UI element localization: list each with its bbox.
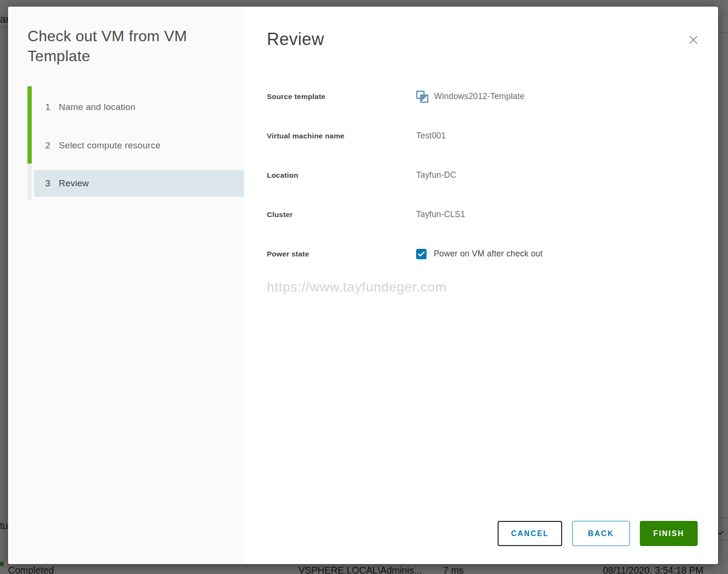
wizard-step-select-compute-resource[interactable]: 2 Select compute resource <box>34 132 244 159</box>
field-label: Power state <box>267 250 416 258</box>
step-label: Name and location <box>59 102 136 112</box>
wizard-progress-bar <box>27 86 32 164</box>
step-label: Select compute resource <box>59 140 161 151</box>
vm-name-value: Test001 <box>416 131 446 141</box>
field-label: Virtual machine name <box>267 132 416 140</box>
close-button[interactable] <box>686 32 701 47</box>
step-number: 3 <box>43 178 53 189</box>
wizard-title: Check out VM from VM Template <box>27 26 231 66</box>
step-number: 1 <box>43 102 53 112</box>
wizard-step-name-and-location[interactable]: 1 Name and location <box>34 94 244 120</box>
field-row-source-template: Source template Windows2012-Template <box>267 77 690 116</box>
field-label: Location <box>267 171 416 180</box>
wizard-steps-pane: Check out VM from VM Template 1 Name and… <box>8 7 244 564</box>
source-template-value: Windows2012-Template <box>434 91 525 101</box>
step-number: 2 <box>43 140 53 151</box>
cancel-button[interactable]: CANCEL <box>498 521 562 546</box>
power-on-checkbox[interactable] <box>416 249 427 259</box>
watermark-url: https://www.tayfundeger.com <box>267 280 447 295</box>
field-value: Tayfun-CLS1 <box>416 210 465 219</box>
checkmark-icon <box>418 251 425 257</box>
power-on-checkbox-label[interactable]: Power on VM after check out <box>434 249 543 259</box>
field-row-cluster: Cluster Tayfun-CLS1 <box>267 195 690 234</box>
wizard-progress-bar-remaining <box>27 164 32 200</box>
field-label: Cluster <box>267 210 416 219</box>
step-label: Review <box>59 178 89 189</box>
review-fields: Source template Windows2012-Template Vir… <box>267 77 690 273</box>
close-icon <box>688 34 699 46</box>
field-row-location: Location Tayfun-DC <box>267 155 690 195</box>
page-title: Review <box>267 29 324 49</box>
finish-button[interactable]: FINISH <box>640 521 698 546</box>
back-button[interactable]: BACK <box>572 521 630 546</box>
field-value: Windows2012-Template <box>416 91 525 103</box>
field-value: Tayfun-DC <box>416 170 456 180</box>
wizard-step-review-active[interactable]: 3 Review <box>34 170 244 197</box>
cluster-value: Tayfun-CLS1 <box>416 210 465 219</box>
vm-template-icon <box>416 91 428 103</box>
checkout-vm-wizard-dialog: Check out VM from VM Template 1 Name and… <box>8 7 718 564</box>
review-pane: Review Source template Windows2012-Templ… <box>244 7 718 564</box>
field-value: Test001 <box>416 131 446 141</box>
wizard-footer: CANCEL BACK FINISH <box>498 521 698 546</box>
field-value: Power on VM after check out <box>416 249 543 259</box>
location-value: Tayfun-DC <box>416 170 456 180</box>
field-row-vm-name: Virtual machine name Test001 <box>267 116 690 155</box>
field-label: Source template <box>267 92 416 101</box>
field-row-power-state: Power state Power on VM after check out <box>267 234 690 273</box>
